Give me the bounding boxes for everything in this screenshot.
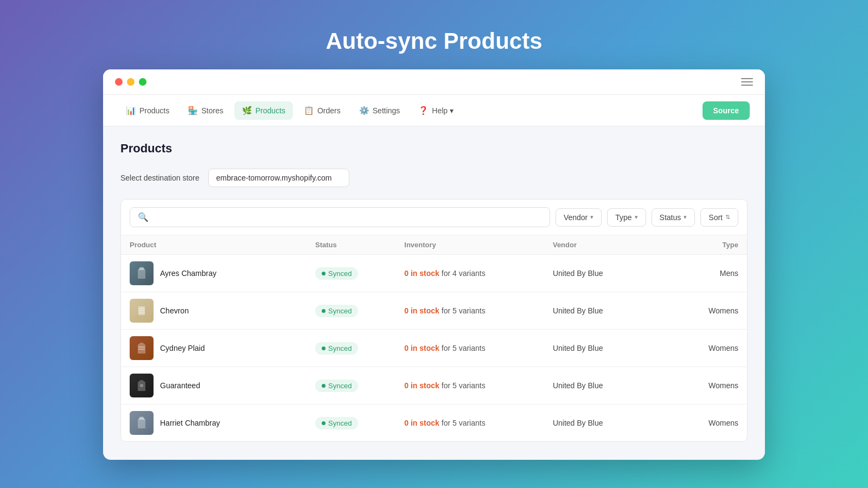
- nav-item-products[interactable]: 🌿 Products: [234, 101, 293, 120]
- minimize-button[interactable]: [127, 78, 135, 86]
- store-select-label: Select destination store: [120, 174, 200, 182]
- status-text: Synced: [328, 307, 352, 315]
- product-cell: Guaranteed: [130, 374, 315, 397]
- status-dot: [322, 421, 326, 425]
- table-row[interactable]: Harriet Chambray Synced 0 in stock for 5…: [121, 404, 747, 441]
- inventory-zero: 0 in stock: [404, 269, 439, 278]
- product-thumbnail: [130, 299, 154, 323]
- products-table-container: 🔍 Vendor ▾ Type ▾ Status ▾ Sort ⇅: [120, 199, 748, 442]
- type-filter-label: Type: [615, 213, 631, 222]
- type-filter-chevron: ▾: [635, 214, 638, 221]
- col-vendor: Vendor: [553, 241, 664, 249]
- nav-item-settings[interactable]: ⚙️ Settings: [352, 101, 408, 120]
- inventory-zero: 0 in stock: [404, 306, 439, 315]
- stores-icon: 🏪: [188, 106, 198, 115]
- sort-button[interactable]: Sort ⇅: [700, 208, 738, 227]
- product-name: Cydney Plaid: [160, 344, 205, 352]
- nav-item-help[interactable]: ❓ Help ▾: [411, 101, 461, 120]
- table-row[interactable]: Cydney Plaid Synced 0 in stock for 5 var…: [121, 330, 747, 367]
- status-badge: Synced: [315, 417, 358, 429]
- type-cell: Womens: [664, 344, 738, 352]
- maximize-button[interactable]: [139, 78, 146, 86]
- inventory-suffix: for 5 variants: [439, 419, 486, 427]
- product-name: Guaranteed: [160, 381, 200, 390]
- inventory-zero: 0 in stock: [404, 419, 439, 427]
- nav-label-settings: Settings: [373, 106, 400, 115]
- hamburger-line-3: [741, 85, 753, 86]
- vendor-cell: United By Blue: [553, 381, 664, 390]
- source-button[interactable]: Source: [703, 101, 750, 120]
- product-thumbnail: [130, 336, 154, 360]
- page-title: Auto-sync Products: [326, 28, 542, 54]
- destination-store-select[interactable]: embrace-tomorrow.myshopify.com: [208, 169, 349, 187]
- content-area: Products Select destination store embrac…: [103, 126, 765, 460]
- status-dot: [322, 384, 326, 388]
- type-filter-button[interactable]: Type ▾: [607, 208, 646, 227]
- vendor-filter-label: Vendor: [564, 213, 588, 222]
- inventory-suffix: for 5 variants: [439, 306, 486, 315]
- inventory-cell: 0 in stock for 4 variants: [404, 269, 553, 278]
- product-name: Chevron: [160, 306, 189, 315]
- nav-item-dashboard[interactable]: 📊 Products: [118, 101, 177, 120]
- status-cell: Synced: [315, 417, 404, 429]
- col-status: Status: [315, 241, 404, 249]
- vendor-cell: United By Blue: [553, 419, 664, 427]
- product-cell: Cydney Plaid: [130, 336, 315, 360]
- type-cell: Womens: [664, 381, 738, 390]
- sort-label: Sort: [709, 213, 723, 222]
- type-cell: Mens: [664, 269, 738, 278]
- status-dot: [322, 346, 326, 350]
- type-cell: Womens: [664, 419, 738, 427]
- nav-bar: 📊 Products 🏪 Stores 🌿 Products 📋 Orders …: [103, 95, 765, 126]
- table-row[interactable]: Chevron Synced 0 in stock for 5 variants…: [121, 292, 747, 330]
- hamburger-line-2: [741, 81, 753, 82]
- status-filter-label: Status: [660, 213, 681, 222]
- product-cell: Harriet Chambray: [130, 411, 315, 435]
- status-badge: Synced: [315, 380, 358, 392]
- nav-item-orders[interactable]: 📋 Orders: [296, 101, 348, 120]
- table-row[interactable]: Guaranteed Synced 0 in stock for 5 varia…: [121, 367, 747, 404]
- svg-point-1: [140, 384, 143, 387]
- status-text: Synced: [328, 419, 352, 427]
- product-cell: Ayres Chambray: [130, 261, 315, 285]
- products-icon: 🌿: [242, 106, 252, 115]
- status-cell: Synced: [315, 267, 404, 280]
- col-type: Type: [664, 241, 738, 249]
- sort-chevron: ⇅: [725, 214, 730, 221]
- table-row[interactable]: Ayres Chambray Synced 0 in stock for 4 v…: [121, 255, 747, 292]
- search-input[interactable]: [153, 213, 542, 222]
- status-dot: [322, 309, 326, 313]
- orders-icon: 📋: [304, 106, 314, 115]
- vendor-cell: United By Blue: [553, 306, 664, 315]
- product-name: Harriet Chambray: [160, 419, 220, 427]
- inventory-suffix: for 4 variants: [439, 269, 486, 278]
- table-toolbar: 🔍 Vendor ▾ Type ▾ Status ▾ Sort ⇅: [121, 200, 747, 235]
- nav-item-stores[interactable]: 🏪 Stores: [180, 101, 231, 120]
- col-product: Product: [130, 241, 315, 249]
- close-button[interactable]: [115, 78, 123, 86]
- product-cell: Chevron: [130, 299, 315, 323]
- col-inventory: Inventory: [404, 241, 553, 249]
- search-box: 🔍: [130, 207, 550, 227]
- nav-label-orders: Orders: [317, 106, 341, 115]
- inventory-cell: 0 in stock for 5 variants: [404, 344, 553, 352]
- status-badge: Synced: [315, 342, 358, 355]
- app-window: 📊 Products 🏪 Stores 🌿 Products 📋 Orders …: [103, 69, 765, 460]
- hamburger-menu[interactable]: [741, 78, 753, 86]
- status-filter-chevron: ▾: [684, 214, 687, 221]
- product-thumbnail: [130, 261, 154, 285]
- vendor-filter-chevron: ▾: [590, 214, 593, 221]
- nav-label-dashboard: Products: [139, 106, 169, 115]
- inventory-suffix: for 5 variants: [439, 381, 486, 390]
- store-select-row: Select destination store embrace-tomorro…: [120, 169, 748, 187]
- traffic-lights: [115, 78, 146, 86]
- vendor-filter-button[interactable]: Vendor ▾: [556, 208, 602, 227]
- inventory-cell: 0 in stock for 5 variants: [404, 306, 553, 315]
- status-text: Synced: [328, 269, 352, 278]
- type-cell: Womens: [664, 306, 738, 315]
- status-filter-button[interactable]: Status ▾: [652, 208, 695, 227]
- status-badge: Synced: [315, 267, 358, 280]
- table-header: Product Status Inventory Vendor Type: [121, 235, 747, 255]
- inventory-cell: 0 in stock for 5 variants: [404, 419, 553, 427]
- inventory-cell: 0 in stock for 5 variants: [404, 381, 553, 390]
